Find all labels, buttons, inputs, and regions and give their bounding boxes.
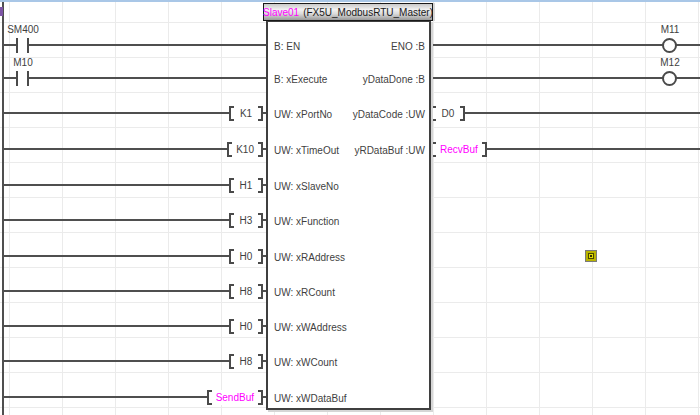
device-label-m12: M12: [660, 57, 679, 68]
rung-wire-left: [4, 77, 266, 79]
output-coil-m11[interactable]: [662, 38, 677, 53]
operand-recvbuf[interactable]: RecvBuf: [431, 142, 487, 157]
fb-input-pin-xwaddress[interactable]: UW: xWAddress: [274, 321, 347, 335]
close-bracket-glyph: [258, 249, 263, 264]
fb-output-pin-ydatadone[interactable]: yDataDone :B: [363, 73, 425, 87]
operand-h8[interactable]: H8: [229, 354, 263, 369]
close-bracket-glyph: [258, 390, 263, 405]
fb-input-pin-xportno[interactable]: UW: xPortNo: [274, 108, 332, 122]
operand-k10[interactable]: K10: [227, 142, 263, 157]
left-power-rail: [2, 2, 4, 415]
ladder-editor-canvas: SM400M10K1K10H1H3H0H8H0H8SendBufM11M12D0…: [0, 0, 700, 415]
rung-wire-left: [4, 112, 266, 114]
close-bracket-glyph: [258, 213, 263, 228]
operand-h0[interactable]: H0: [229, 319, 263, 334]
device-label-sm400: SM400: [7, 24, 39, 35]
edit-cursor-dot: [590, 255, 592, 257]
rung-wire-left: [4, 325, 266, 327]
rung-wire-right: [429, 77, 700, 79]
close-bracket-glyph: [258, 319, 263, 334]
fb-type-name: (FX5U_ModbusRTU_Master): [303, 7, 433, 18]
rung-wire-right: [429, 112, 700, 114]
fb-input-pin-xexecute[interactable]: B: xExecute: [274, 73, 327, 87]
rung-wire-left: [4, 44, 266, 46]
fb-input-pin-xslaveno[interactable]: UW: xSlaveNo: [274, 180, 339, 194]
close-bracket-glyph: [258, 284, 263, 299]
fb-input-pin-xwcount[interactable]: UW: xWCount: [274, 356, 337, 370]
fb-input-pin-xwdatabuf[interactable]: UW: xWDataBuf: [274, 392, 347, 406]
rung-wire-left: [4, 184, 266, 186]
device-label-m11: M11: [661, 24, 680, 35]
rung-wire-left: [4, 360, 266, 362]
operand-value: K1: [234, 106, 258, 121]
close-bracket-glyph: [258, 178, 263, 193]
operand-h8[interactable]: H8: [229, 284, 263, 299]
fb-input-pin-xraddress[interactable]: UW: xRAddress: [274, 251, 345, 265]
fb-input-pin-xrcount[interactable]: UW: xRCount: [274, 286, 335, 300]
operand-value: H8: [234, 284, 258, 299]
function-block-body[interactable]: B: ENB: xExecuteUW: xPortNoUW: xTimeOutU…: [266, 20, 431, 410]
operand-value: H1: [234, 178, 258, 193]
operand-h1[interactable]: H1: [229, 178, 263, 193]
operand-value: SendBuf: [212, 390, 258, 405]
operand-h3[interactable]: H3: [229, 213, 263, 228]
output-coil-m12[interactable]: [662, 71, 677, 86]
fb-instance-name: Slave01: [263, 7, 299, 18]
operand-value: RecvBuf: [436, 142, 482, 157]
operand-value: H0: [234, 249, 258, 264]
function-block-header[interactable]: Slave01 (FX5U_ModbusRTU_Master): [263, 3, 433, 21]
operand-value: H0: [234, 319, 258, 334]
operand-value: K10: [232, 142, 258, 157]
operand-value: H8: [234, 354, 258, 369]
operand-sendbuf[interactable]: SendBuf: [207, 390, 263, 405]
fb-input-pin-xtimeout[interactable]: UW: xTimeOut: [274, 144, 339, 158]
fb-output-pin-eno[interactable]: ENO :B: [391, 40, 425, 54]
close-bracket-glyph: [460, 106, 465, 121]
operand-d0[interactable]: D0: [431, 106, 465, 121]
device-label-m10: M10: [13, 57, 32, 68]
fb-output-pin-yrdatabuf[interactable]: yRDataBuf :UW: [354, 144, 425, 158]
rung-wire-left: [4, 255, 266, 257]
close-bracket-glyph: [482, 142, 487, 157]
rung-wire-left: [4, 290, 266, 292]
operand-value: H3: [234, 213, 258, 228]
fb-output-pin-ydatacode[interactable]: yDataCode :UW: [353, 108, 425, 122]
edit-cursor-ring: [588, 253, 594, 259]
operand-value: D0: [436, 106, 460, 121]
close-bracket-glyph: [258, 106, 263, 121]
edit-position-edge-marker: [0, 7, 3, 16]
operand-h0[interactable]: H0: [229, 249, 263, 264]
rung-wire-left: [4, 219, 266, 221]
no-contact-sm400[interactable]: [16, 38, 29, 53]
rung-separator-line: [0, 0, 700, 2]
fb-input-pin-en[interactable]: B: EN: [274, 40, 300, 54]
no-contact-m10[interactable]: [16, 71, 29, 86]
fb-input-pin-xfunction[interactable]: UW: xFunction: [274, 215, 339, 229]
edit-cursor-marker[interactable]: [585, 250, 597, 262]
operand-k1[interactable]: K1: [229, 106, 263, 121]
close-bracket-glyph: [258, 142, 263, 157]
rung-wire-right: [429, 44, 700, 46]
close-bracket-glyph: [258, 354, 263, 369]
